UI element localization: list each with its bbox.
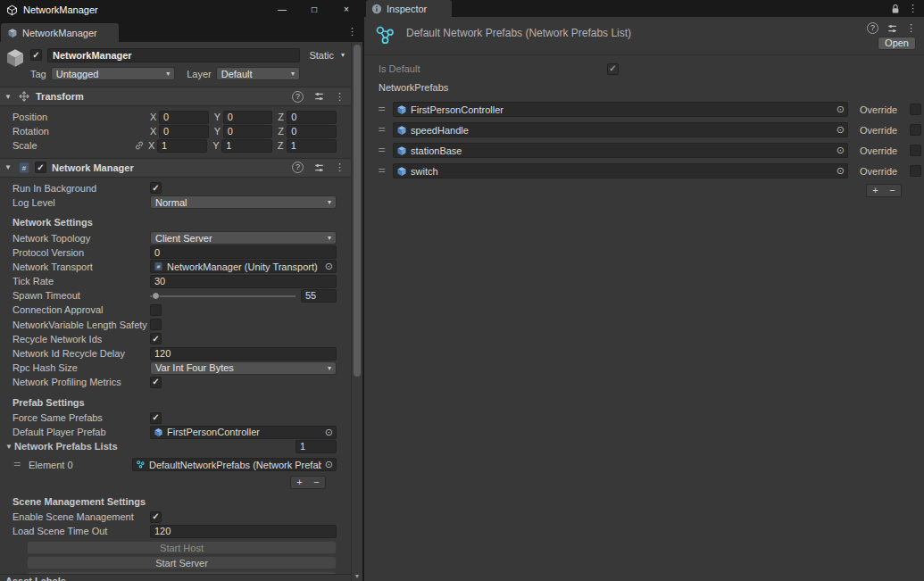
check-icon: ✓: [152, 184, 159, 193]
gameobject-active-checkbox[interactable]: ✓: [30, 49, 42, 61]
drag-handle-icon[interactable]: =: [373, 166, 389, 176]
asset-labels-header[interactable]: Asset Labels: [0, 574, 351, 581]
slider-handle[interactable]: [152, 292, 160, 300]
run-in-background-checkbox[interactable]: ✓: [150, 182, 162, 194]
prefab-tab-icon: [7, 28, 18, 38]
start-host-button[interactable]: Start Host: [27, 541, 337, 554]
spawn-timeout-input[interactable]: 55: [301, 289, 337, 303]
transform-foldout-icon[interactable]: ▼: [4, 93, 13, 101]
spawn-timeout-slider[interactable]: [150, 289, 296, 303]
object-picker-icon[interactable]: ⊙: [325, 427, 333, 438]
drag-handle-icon[interactable]: =: [373, 125, 389, 135]
vertical-scrollbar[interactable]: ▼: [351, 42, 362, 581]
override-checkbox[interactable]: [910, 124, 921, 136]
presets-icon[interactable]: [313, 162, 325, 173]
remove-prefab-button[interactable]: −: [884, 185, 901, 196]
enable-scene-management-checkbox[interactable]: ✓: [150, 511, 162, 523]
network-manager-enabled-checkbox[interactable]: ✓: [35, 162, 46, 173]
network-prefabs-lists-foldout-row[interactable]: ▼ Network Prefabs Lists 1: [0, 439, 351, 453]
tab-inspector[interactable]: Inspector: [366, 0, 452, 17]
object-picker-icon[interactable]: ⊙: [837, 124, 845, 136]
tick-rate-input[interactable]: 30: [150, 275, 337, 288]
log-level-dropdown[interactable]: Normal ▾: [150, 195, 337, 209]
element0-object-field[interactable]: DefaultNetworkPrefabs (Network Prefabs ⊙: [132, 458, 337, 471]
network-profiling-metrics-checkbox[interactable]: ✓: [150, 377, 162, 388]
override-checkbox[interactable]: [910, 145, 921, 156]
kebab-menu-icon[interactable]: ⋮: [335, 91, 345, 103]
component-title: Transform: [36, 91, 84, 102]
start-server-button[interactable]: Start Server: [27, 556, 337, 569]
minimize-button[interactable]: —: [266, 0, 298, 20]
networkvariable-length-safety-checkbox[interactable]: [150, 319, 162, 330]
drag-handle-icon[interactable]: =: [373, 104, 389, 114]
network-manager-header[interactable]: ▼ # ✓ Network Manager ? ⋮: [0, 158, 351, 178]
kebab-menu-icon[interactable]: ⋮: [906, 22, 916, 34]
override-checkbox[interactable]: [910, 104, 921, 115]
maximize-button[interactable]: □: [298, 0, 330, 20]
presets-icon[interactable]: [887, 23, 898, 34]
position-y-input[interactable]: 0: [223, 111, 273, 124]
object-picker-icon[interactable]: ⊙: [325, 459, 333, 470]
position-x-input[interactable]: 0: [159, 111, 209, 124]
scale-y-input[interactable]: 1: [221, 139, 271, 153]
rpc-hash-size-dropdown[interactable]: Var Int Four Bytes ▾: [150, 361, 337, 375]
prefab-object-field[interactable]: switch ⊙: [393, 163, 848, 178]
open-button[interactable]: Open: [878, 37, 916, 50]
gameobject-name-input[interactable]: NetworkManager: [47, 48, 300, 62]
kebab-menu-icon[interactable]: ⋮: [908, 3, 918, 14]
lock-icon[interactable]: [891, 4, 900, 14]
object-picker-icon[interactable]: ⊙: [837, 165, 845, 177]
network-manager-foldout-icon[interactable]: ▼: [4, 163, 13, 171]
prefabs-lists-size-input[interactable]: 1: [296, 440, 337, 453]
connection-approval-checkbox[interactable]: [150, 304, 162, 316]
section-scene-management-settings: Scene Management Settings: [0, 496, 351, 510]
inspector-tabbar: Inspector ⋮: [364, 0, 924, 17]
help-icon[interactable]: ?: [292, 162, 304, 173]
prefab-object-field[interactable]: stationBase ⊙: [393, 143, 848, 158]
default-player-prefab-object-field[interactable]: FirstPersonController ⊙: [150, 426, 337, 439]
object-picker-icon[interactable]: ⊙: [837, 145, 845, 156]
help-icon[interactable]: ?: [292, 91, 304, 103]
static-dropdown[interactable]: Static ▾: [309, 50, 346, 61]
scrollbar-thumb[interactable]: [354, 45, 361, 377]
prefab-object-field[interactable]: speedHandle ⊙: [393, 122, 848, 137]
force-same-prefabs-checkbox[interactable]: ✓: [150, 412, 162, 424]
add-element-button[interactable]: +: [291, 477, 308, 488]
presets-icon[interactable]: [313, 91, 325, 102]
tab-networkmanager[interactable]: NetworkManager: [1, 23, 119, 42]
constrain-proportions-link-icon[interactable]: [134, 140, 148, 151]
transform-header[interactable]: ▼ Transform ? ⋮: [0, 87, 351, 106]
network-topology-dropdown[interactable]: Client Server ▾: [150, 231, 337, 245]
tag-dropdown[interactable]: Untagged ▾: [51, 67, 175, 80]
drag-handle-icon[interactable]: =: [13, 460, 31, 469]
network-transport-row: Network Transport # NetworkManager (Unit…: [0, 260, 351, 274]
layer-dropdown[interactable]: Default ▾: [216, 67, 300, 80]
object-picker-icon[interactable]: ⊙: [837, 104, 845, 115]
scale-z-input[interactable]: 1: [287, 139, 337, 153]
protocol-version-input[interactable]: 0: [150, 245, 337, 259]
rotation-z-input[interactable]: 0: [287, 125, 337, 138]
close-button[interactable]: ×: [330, 0, 362, 20]
recycle-network-ids-checkbox[interactable]: ✓: [150, 333, 162, 344]
rotation-y-input[interactable]: 0: [223, 125, 273, 138]
add-prefab-button[interactable]: +: [867, 185, 884, 196]
load-scene-time-out-input[interactable]: 120: [150, 525, 337, 538]
help-icon[interactable]: ?: [867, 22, 878, 34]
drag-handle-icon[interactable]: =: [373, 145, 389, 155]
scroll-down-arrow-icon[interactable]: ▼: [352, 573, 362, 579]
prefab-object-field[interactable]: FirstPersonController ⊙: [393, 102, 848, 117]
override-checkbox[interactable]: [910, 165, 921, 177]
scale-x-input[interactable]: 1: [157, 139, 207, 153]
position-z-input[interactable]: 0: [287, 111, 337, 124]
object-picker-icon[interactable]: ⊙: [325, 261, 333, 272]
force-same-prefabs-row: Force Same Prefabs ✓: [0, 411, 351, 425]
network-transport-object-field[interactable]: # NetworkManager (Unity Transport) ⊙: [150, 260, 337, 273]
foldout-arrow-icon[interactable]: ▼: [5, 443, 14, 451]
rotation-x-input[interactable]: 0: [159, 125, 209, 138]
kebab-menu-icon[interactable]: ⋮: [335, 162, 345, 173]
network-id-recycle-delay-input[interactable]: 120: [150, 347, 337, 361]
tab-options-kebab-icon[interactable]: ⋮: [347, 26, 362, 42]
remove-element-button[interactable]: −: [308, 477, 325, 488]
window-titlebar[interactable]: NetworkManager — □ ×: [0, 0, 362, 20]
gameobject-cube-icon: [4, 47, 26, 69]
